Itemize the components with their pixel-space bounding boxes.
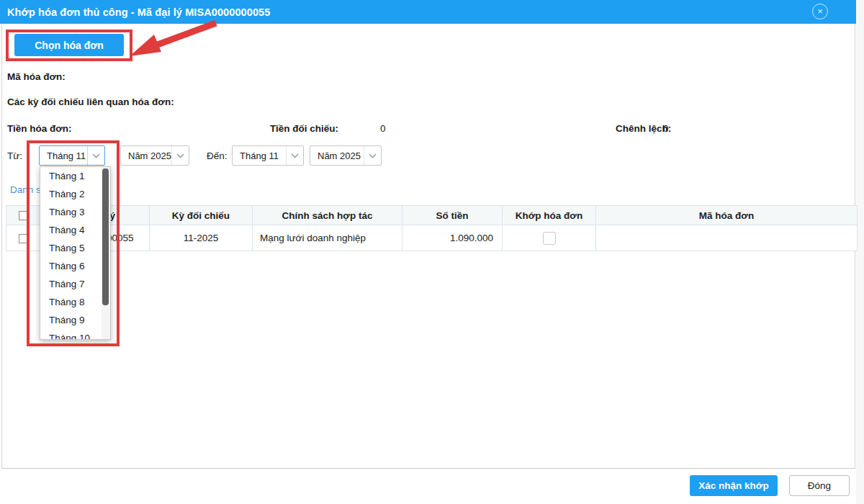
month-option[interactable]: Tháng 2 (40, 185, 110, 203)
invoice-code-cell (596, 225, 858, 251)
related-periods-label: Các kỳ đối chiếu liên quan hóa đơn: (7, 96, 174, 107)
dropdown-scrollbar-track[interactable] (102, 167, 110, 339)
column-header: Khớp hóa đơn (503, 206, 596, 225)
amount-cell: 1.090.000 (402, 225, 503, 251)
month-dropdown-list: Tháng 1Tháng 2Tháng 3Tháng 4Tháng 5Tháng… (40, 166, 111, 340)
chevron-down-icon (286, 146, 303, 165)
month-option[interactable]: Tháng 1 (40, 167, 110, 185)
month-option[interactable]: Tháng 5 (40, 239, 110, 257)
month-option[interactable]: Tháng 9 (40, 311, 110, 329)
column-header: Số tiền (402, 206, 503, 225)
month-option[interactable]: Tháng 8 (40, 293, 110, 311)
column-header: Chính sách hợp tác (253, 206, 402, 225)
row-checkbox[interactable] (19, 234, 28, 243)
to-year-value: Năm 2025 (310, 150, 364, 161)
reconciled-amount-label: Tiền đối chiếu: (270, 123, 338, 134)
close-icon[interactable]: × (812, 4, 828, 19)
match-invoice-checkbox[interactable] (543, 232, 556, 245)
chevron-down-icon (364, 146, 381, 165)
from-month-select[interactable]: Tháng 11 (39, 145, 105, 166)
page-background-strip (856, 0, 864, 504)
dialog-title: Khớp hóa đơn thủ công - Mã đại lý MISA00… (0, 6, 270, 18)
periods-table: Mã đại lý Kỳ đối chiếu Chính sách hợp tá… (6, 205, 858, 251)
chevron-down-icon (171, 146, 189, 165)
invoice-amount-label: Tiền hóa đơn: (7, 123, 72, 134)
from-month-value: Tháng 11 (40, 150, 87, 161)
month-dropdown-items: Tháng 1Tháng 2Tháng 3Tháng 4Tháng 5Tháng… (40, 167, 110, 340)
chevron-down-icon (87, 146, 104, 165)
month-option[interactable]: Tháng 3 (40, 203, 110, 221)
invoice-match-dialog: Khớp hóa đơn thủ công - Mã đại lý MISA00… (0, 0, 864, 504)
to-month-select[interactable]: Tháng 11 (232, 145, 304, 166)
close-dialog-button[interactable]: Đóng (789, 475, 850, 496)
column-header: Mã hóa đơn (596, 206, 858, 225)
dropdown-scrollbar-thumb[interactable] (102, 168, 109, 305)
month-option[interactable]: Tháng 4 (40, 221, 110, 239)
from-year-select[interactable]: Năm 2025 (120, 145, 189, 166)
period-cell: 11-2025 (150, 225, 253, 251)
month-option[interactable]: Tháng 6 (40, 257, 110, 275)
difference-value: 0 (663, 123, 669, 134)
select-all-header-cell (6, 206, 40, 225)
dialog-titlebar: Khớp hóa đơn thủ công - Mã đại lý MISA00… (0, 0, 858, 24)
table-row[interactable]: MISA0000000055 11-2025 Mạng lưới doanh n… (6, 225, 858, 251)
tab-period-list[interactable]: Danh s (10, 184, 41, 195)
invoice-code-label: Mã hóa đơn: (7, 71, 66, 82)
to-year-select[interactable]: Năm 2025 (310, 145, 382, 166)
from-label: Từ: (7, 150, 22, 161)
month-option[interactable]: Tháng 7 (40, 275, 110, 293)
month-option[interactable]: Tháng 10 (40, 329, 110, 340)
choose-invoice-button[interactable]: Chọn hóa đơn (14, 34, 124, 56)
to-month-value: Tháng 11 (233, 150, 286, 161)
select-all-checkbox[interactable] (19, 211, 28, 220)
column-header: Kỳ đối chiếu (150, 206, 253, 225)
reconciled-amount-value: 0 (380, 123, 386, 134)
from-year-value: Năm 2025 (121, 150, 171, 161)
confirm-match-button[interactable]: Xác nhận khớp (690, 475, 778, 496)
policy-cell: Mạng lưới doanh nghiệp (253, 225, 402, 251)
table-header-row: Mã đại lý Kỳ đối chiếu Chính sách hợp tá… (6, 206, 858, 225)
row-select-cell (6, 225, 40, 251)
match-invoice-cell (503, 225, 596, 251)
to-label: Đến: (207, 150, 228, 161)
